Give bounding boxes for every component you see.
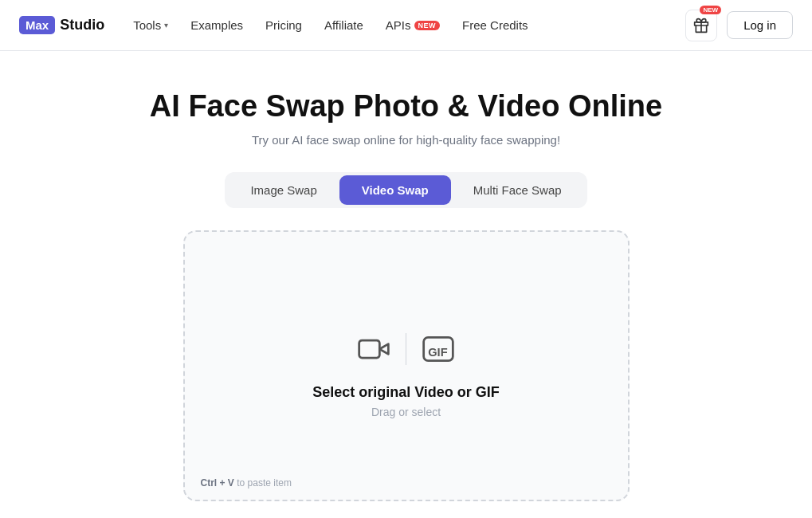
nav-examples[interactable]: Examples: [181, 14, 253, 37]
nav-apis[interactable]: APIs NEW: [376, 14, 449, 37]
hero-subtitle: Try our AI face swap online for high-qua…: [252, 133, 560, 147]
nav-free-credits-label: Free Credits: [462, 18, 528, 32]
tab-video-swap[interactable]: Video Swap: [339, 175, 451, 205]
drop-subtitle: Drag or select: [371, 406, 441, 418]
nav-affiliate[interactable]: Affiliate: [315, 14, 373, 37]
logo-text: Studio: [60, 17, 104, 33]
apis-new-badge: NEW: [414, 21, 441, 30]
navbar: Max Studio Tools ▾ Examples Pricing Affi…: [0, 0, 812, 51]
drop-zone-wrapper: GIF Select original Video or GIF Drag or…: [183, 230, 630, 501]
icon-divider: [406, 333, 406, 365]
drop-zone-icons: GIF: [355, 330, 457, 368]
video-icon: [355, 330, 393, 368]
nav-tools-label: Tools: [133, 18, 161, 32]
svg-rect-2: [359, 340, 380, 358]
gift-new-badge: NEW: [700, 6, 721, 14]
nav-pricing-label: Pricing: [265, 18, 302, 32]
nav-tools[interactable]: Tools ▾: [124, 14, 178, 37]
gif-icon: GIF: [419, 330, 457, 368]
gift-icon: [693, 18, 709, 33]
tab-multi-face-swap[interactable]: Multi Face Swap: [451, 175, 584, 205]
nav-affiliate-label: Affiliate: [324, 18, 363, 32]
paste-hint: Ctrl + V to paste item: [201, 477, 292, 489]
hero-title: AI Face Swap Photo & Video Online: [150, 89, 662, 124]
tabs-row: Image Swap Video Swap Multi Face Swap: [225, 172, 586, 208]
nav-examples-label: Examples: [190, 18, 243, 32]
logo[interactable]: Max Studio: [19, 16, 104, 34]
tab-image-swap[interactable]: Image Swap: [228, 175, 339, 205]
nav-apis-label: APIs: [386, 18, 411, 32]
nav-right: NEW Log in: [685, 10, 793, 41]
gift-button[interactable]: NEW: [685, 10, 717, 41]
svg-text:GIF: GIF: [428, 346, 447, 359]
nav-links: Tools ▾ Examples Pricing Affiliate APIs …: [124, 14, 679, 37]
nav-pricing[interactable]: Pricing: [256, 14, 312, 37]
main-content: AI Face Swap Photo & Video Online Try ou…: [0, 51, 812, 518]
login-button[interactable]: Log in: [727, 11, 793, 39]
drop-zone[interactable]: GIF Select original Video or GIF Drag or…: [183, 230, 630, 501]
chevron-down-icon: ▾: [164, 21, 168, 29]
nav-free-credits[interactable]: Free Credits: [453, 14, 538, 37]
logo-badge: Max: [19, 16, 55, 34]
paste-hint-key: Ctrl + V: [201, 477, 234, 489]
drop-title: Select original Video or GIF: [312, 384, 500, 401]
paste-hint-text: to paste item: [234, 477, 292, 489]
